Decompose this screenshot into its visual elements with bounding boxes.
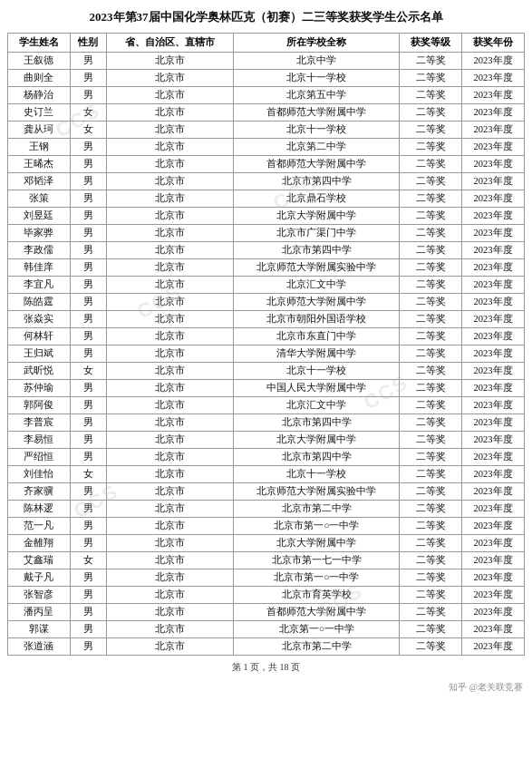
table-row: 郭阿俊男北京市北京汇文中学二等奖2023年度: [8, 397, 525, 414]
table-row: 杨静治男北京市北京第五中学二等奖2023年度: [8, 87, 525, 104]
table-cell: 男: [70, 139, 106, 156]
table-cell: 北京市: [107, 139, 234, 156]
table-cell: 北京市第二中学: [234, 638, 400, 656]
table-row: 金雒翔男北京市北京大学附属中学二等奖2023年度: [8, 535, 525, 552]
table-cell: 首都师范大学附属中学: [234, 604, 400, 621]
table-cell: 北京十一学校: [234, 466, 400, 483]
table-cell: 武昕悦: [8, 363, 71, 380]
table-row: 张智彦男北京市北京市育英学校二等奖2023年度: [8, 587, 525, 604]
table-cell: 北京市: [107, 535, 234, 552]
table-cell: 二等奖: [400, 432, 462, 449]
table-cell: 男: [70, 535, 106, 552]
table-cell: 二等奖: [400, 449, 462, 466]
table-cell: 陈林逻: [8, 501, 71, 518]
table-cell: 北京第二中学: [234, 139, 400, 156]
table-cell: 二等奖: [400, 122, 462, 139]
table-row: 毕家骅男北京市北京市广渠门中学二等奖2023年度: [8, 225, 525, 242]
table-cell: 邓韬泽: [8, 173, 71, 190]
table-cell: 范一凡: [8, 518, 71, 535]
table-cell: 2023年度: [462, 87, 525, 104]
table-cell: 北京市: [107, 432, 234, 449]
table-cell: 陈皓霆: [8, 294, 71, 311]
table-cell: 2023年度: [462, 621, 525, 638]
table-row: 邓韬泽男北京市北京市第四中学二等奖2023年度: [8, 173, 525, 190]
table-cell: 李普宸: [8, 414, 71, 432]
table-cell: 北京市: [107, 53, 234, 70]
table-cell: 北京市: [107, 242, 234, 259]
table-cell: 二等奖: [400, 604, 462, 621]
table-cell: 清华大学附属中学: [234, 345, 400, 363]
table-cell: 男: [70, 173, 106, 190]
page-info: 第 1 页，共 18 页: [232, 662, 300, 672]
table-cell: 二等奖: [400, 569, 462, 587]
table-cell: 王晞杰: [8, 156, 71, 173]
table-cell: 二等奖: [400, 552, 462, 569]
table-cell: 男: [70, 518, 106, 535]
table-cell: 北京市: [107, 414, 234, 432]
table-cell: 男: [70, 638, 106, 656]
table-cell: 北京汇文中学: [234, 277, 400, 294]
table-cell: 李政儒: [8, 242, 71, 259]
col-school: 所在学校全称: [234, 34, 400, 53]
table-cell: 曲则全: [8, 70, 71, 87]
table-cell: 2023年度: [462, 173, 525, 190]
table-cell: 二等奖: [400, 104, 462, 122]
table-cell: 二等奖: [400, 277, 462, 294]
table-cell: 李宜凡: [8, 277, 71, 294]
page-footer: 第 1 页，共 18 页: [7, 661, 525, 674]
table-cell: 二等奖: [400, 380, 462, 397]
table-cell: 北京市: [107, 208, 234, 225]
col-award-year: 获奖年份: [462, 34, 525, 53]
page-container: CCS CCS CCS CCS CCS CCS 2023年第37届中国化学奥林匹…: [0, 0, 532, 701]
table-cell: 北京市: [107, 466, 234, 483]
table-cell: 男: [70, 294, 106, 311]
table-cell: 2023年度: [462, 397, 525, 414]
table-cell: 二等奖: [400, 208, 462, 225]
table-cell: 张道涵: [8, 638, 71, 656]
table-cell: 二等奖: [400, 587, 462, 604]
table-cell: 男: [70, 587, 106, 604]
table-cell: 首都师范大学附属中学: [234, 104, 400, 122]
table-header-row: 学生姓名 性别 省、自治区、直辖市 所在学校全称 获奖等级 获奖年份: [8, 34, 525, 53]
table-cell: 北京市: [107, 569, 234, 587]
table-cell: 2023年度: [462, 259, 525, 277]
table-cell: 男: [70, 414, 106, 432]
table-cell: 李易恒: [8, 432, 71, 449]
table-cell: 北京市: [107, 190, 234, 208]
table-cell: 二等奖: [400, 173, 462, 190]
table-cell: 二等奖: [400, 70, 462, 87]
table-cell: 北京市第四中学: [234, 449, 400, 466]
col-province: 省、自治区、直辖市: [107, 34, 234, 53]
table-cell: 北京市育英学校: [234, 587, 400, 604]
table-cell: 男: [70, 225, 106, 242]
table-row: 陈皓霆男北京市北京师范大学附属中学二等奖2023年度: [8, 294, 525, 311]
table-cell: 2023年度: [462, 604, 525, 621]
table-cell: 2023年度: [462, 328, 525, 345]
table-row: 王晞杰男北京市首都师范大学附属中学二等奖2023年度: [8, 156, 525, 173]
table-cell: 金雒翔: [8, 535, 71, 552]
table-cell: 北京市: [107, 501, 234, 518]
table-row: 艾鑫瑞女北京市北京市第一七一中学二等奖2023年度: [8, 552, 525, 569]
table-cell: 2023年度: [462, 638, 525, 656]
table-cell: 2023年度: [462, 432, 525, 449]
table-cell: 男: [70, 501, 106, 518]
table-row: 何林轩男北京市北京市东直门中学二等奖2023年度: [8, 328, 525, 345]
table-cell: 男: [70, 70, 106, 87]
table-cell: 男: [70, 604, 106, 621]
table-cell: 二等奖: [400, 87, 462, 104]
col-gender: 性别: [70, 34, 106, 53]
table-cell: 二等奖: [400, 518, 462, 535]
table-cell: 二等奖: [400, 294, 462, 311]
table-cell: 北京市: [107, 363, 234, 380]
table-cell: 北京市: [107, 70, 234, 87]
table-cell: 中国人民大学附属中学: [234, 380, 400, 397]
table-cell: 北京汇文中学: [234, 397, 400, 414]
table-cell: 王叙德: [8, 53, 71, 70]
table-cell: 二等奖: [400, 53, 462, 70]
table-cell: 张焱实: [8, 311, 71, 328]
table-cell: 北京市朝阳外国语学校: [234, 311, 400, 328]
table-cell: 何林轩: [8, 328, 71, 345]
table-cell: 严绍恒: [8, 449, 71, 466]
table-cell: 毕家骅: [8, 225, 71, 242]
table-cell: 二等奖: [400, 466, 462, 483]
